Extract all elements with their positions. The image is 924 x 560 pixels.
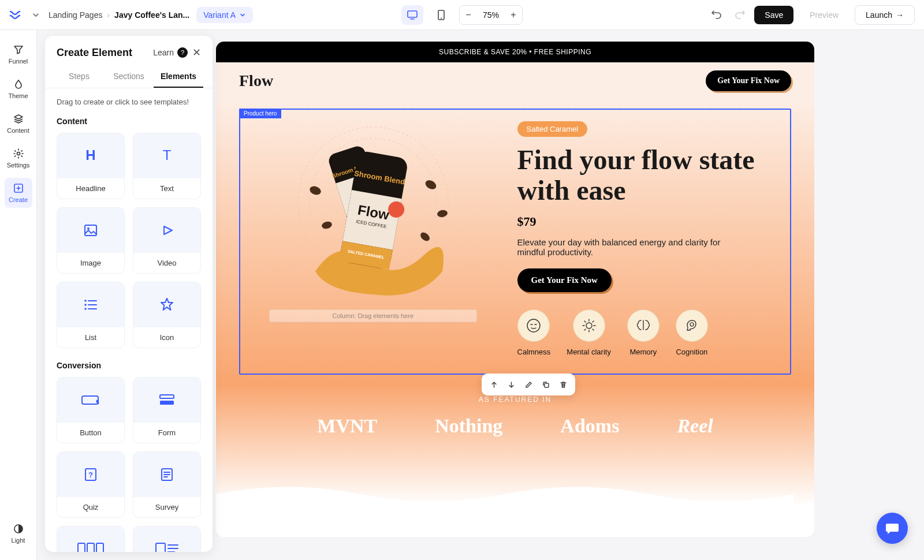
svg-rect-27 [545, 383, 549, 387]
hero-headline: Find your flow state with ease [517, 145, 778, 206]
chat-icon [885, 521, 900, 536]
tile-form[interactable]: Form [133, 377, 201, 443]
topbar-center: − 75% + [401, 5, 523, 25]
svg-point-23 [419, 231, 431, 243]
device-desktop-button[interactable] [401, 5, 423, 25]
featured-heading: AS FEATURED IN [239, 395, 791, 404]
rail-theme[interactable]: Theme [5, 74, 32, 104]
tab-elements[interactable]: Elements [154, 66, 203, 88]
benefit-label: Cognition [676, 348, 707, 356]
arrow-right-icon: → [896, 10, 904, 20]
zoom-out-button[interactable]: − [460, 6, 477, 24]
svg-rect-36 [160, 395, 174, 398]
benefits-row: Calmness Mental clarity Memory Cogn [517, 309, 778, 356]
nav-dropdown-icon[interactable] [30, 9, 42, 21]
panel-header: Create Element Learn ? ✕ [45, 36, 213, 66]
wave-divider [216, 477, 793, 507]
tile-text[interactable]: T Text [133, 133, 201, 199]
headline-icon: H [57, 133, 124, 178]
rail-settings[interactable]: Settings [5, 143, 32, 173]
rail-content[interactable]: Content [5, 109, 32, 139]
rail-funnel[interactable]: Funnel [5, 39, 32, 69]
content-tiles: H Headline T Text Image Video List Ico [57, 133, 201, 348]
launch-label: Launch [866, 10, 892, 20]
left-rail: Funnel Theme Content Settings Create Lig… [0, 30, 37, 560]
tile-label: Form [158, 423, 176, 443]
breadcrumb-root[interactable]: Landing Pages [49, 10, 102, 20]
tile-video[interactable]: Video [133, 207, 201, 274]
zoom-in-button[interactable]: + [505, 6, 522, 24]
panel-hint: Drag to create or click to see templates… [57, 98, 201, 106]
tile-label: Quiz [83, 497, 99, 517]
redo-button[interactable] [731, 6, 748, 24]
topbar: Landing Pages › Javy Coffee's Lan... Var… [0, 0, 924, 30]
variant-selector[interactable]: Variant A [196, 7, 253, 23]
price: $79 [517, 214, 778, 229]
panel-body: Drag to create or click to see templates… [45, 88, 213, 552]
hero-subcopy: Elevate your day with balanced energy an… [517, 237, 748, 257]
empty-column-dropzone[interactable]: Column: Drag elements here [269, 309, 477, 322]
tile-image[interactable]: Image [57, 207, 125, 274]
undo-button[interactable] [708, 6, 725, 24]
svg-point-31 [87, 227, 90, 230]
edit-button[interactable] [521, 377, 536, 392]
chevron-right-icon: › [107, 10, 110, 20]
variant-label: Variant A [203, 10, 236, 20]
tile-label: List [85, 327, 96, 348]
close-panel-button[interactable]: ✕ [192, 46, 201, 59]
svg-point-20 [321, 221, 333, 230]
hero-text-column: Salted Caramel Find your flow state with… [517, 121, 778, 356]
topbar-right: Save Preview Launch → [708, 5, 915, 25]
rail-theme-toggle[interactable]: Light [5, 518, 32, 548]
element-toolbar [482, 374, 575, 395]
header-cta-button[interactable]: Get Your Fix Now [706, 70, 791, 91]
svg-rect-41 [78, 543, 85, 552]
learn-link[interactable]: Learn ? [153, 47, 188, 58]
move-up-button[interactable] [486, 377, 501, 392]
device-mobile-button[interactable] [430, 5, 452, 25]
delete-button[interactable] [556, 377, 571, 392]
text-icon: T [133, 133, 200, 178]
svg-text:T: T [163, 147, 172, 163]
svg-point-34 [84, 308, 87, 310]
tile-label: Survey [155, 497, 178, 517]
press-logo: MVNT [317, 415, 377, 437]
svg-point-19 [308, 185, 322, 196]
rail-label: Create [9, 196, 28, 203]
duplicate-button[interactable] [538, 377, 553, 392]
tab-sections[interactable]: Sections [104, 66, 154, 88]
canvas: SUBSCRIBE & SAVE 20% • FREE SHIPPING Flo… [216, 42, 814, 537]
tab-steps[interactable]: Steps [54, 66, 104, 88]
rail-label: Funnel [9, 58, 28, 65]
tile-headline[interactable]: H Headline [57, 133, 125, 199]
rail-create[interactable]: Create [5, 178, 32, 208]
flavor-tag: Salted Caramel [517, 121, 588, 137]
tile-survey[interactable]: Survey [133, 451, 201, 518]
svg-point-24 [527, 319, 540, 332]
chat-support-button[interactable] [877, 513, 908, 544]
tile-image-text[interactable] [133, 526, 201, 552]
brand-logo: Flow [239, 72, 273, 90]
list-icon [57, 282, 124, 327]
panel-tabs: Steps Sections Elements [45, 66, 213, 88]
hero-cta-button[interactable]: Get Your Fix Now [517, 268, 612, 292]
funnel-icon [13, 44, 24, 55]
tile-list[interactable]: List [57, 282, 125, 348]
tile-quiz[interactable]: ? Quiz [57, 451, 125, 518]
benefit-item: Memory [627, 309, 660, 356]
tile-button[interactable]: Button [57, 377, 125, 443]
group-heading-content: Content [57, 117, 201, 126]
conversion-tiles: Button Form ? Quiz Survey [57, 377, 201, 552]
contrast-icon [13, 523, 24, 535]
launch-button[interactable]: Launch → [855, 5, 915, 25]
chevron-down-icon [239, 12, 246, 18]
save-button[interactable]: Save [754, 6, 793, 24]
tile-icon[interactable]: Icon [133, 282, 201, 348]
calm-icon [517, 309, 550, 342]
tile-columns[interactable] [57, 526, 125, 552]
move-down-button[interactable] [504, 377, 519, 392]
selected-element[interactable]: Product hero Shroom Blend [239, 109, 791, 375]
preview-button[interactable]: Preview [799, 6, 849, 24]
zoom-control: − 75% + [459, 5, 523, 25]
breadcrumb-current[interactable]: Javy Coffee's Lan... [114, 10, 189, 20]
